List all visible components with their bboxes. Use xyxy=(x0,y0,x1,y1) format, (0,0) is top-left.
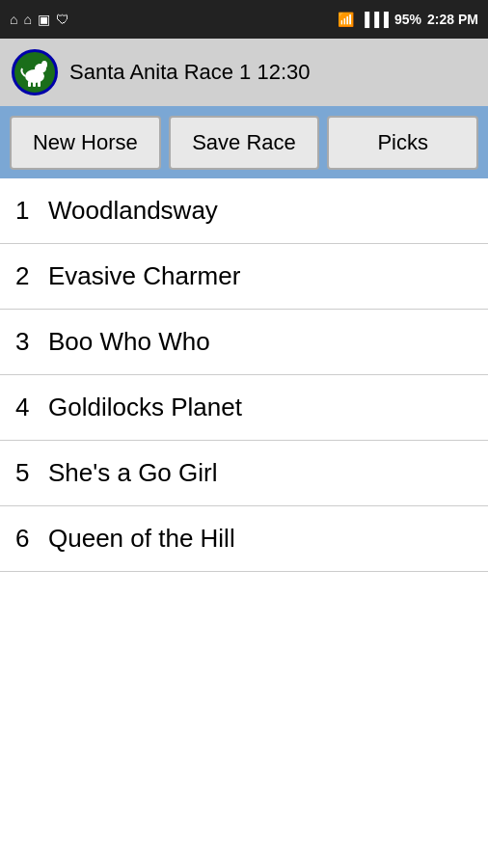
horse-number: 1 xyxy=(15,196,39,226)
status-bar: ⌂ ⌂ ▣ 🛡 📶 ▐▐▐ 95% 2:28 PM xyxy=(0,0,488,39)
save-race-button[interactable]: Save Race xyxy=(169,116,320,170)
list-item[interactable]: 6Queen of the Hill xyxy=(0,506,488,572)
time-label: 2:28 PM xyxy=(427,12,478,27)
horse-number: 5 xyxy=(15,458,39,488)
horse-name: Evasive Charmer xyxy=(48,261,240,291)
horse-number: 2 xyxy=(15,261,39,291)
list-item[interactable]: 5She's a Go Girl xyxy=(0,441,488,506)
toolbar: New Horse Save Race Picks xyxy=(0,106,488,178)
home2-icon: ⌂ xyxy=(23,12,31,27)
image-icon: ▣ xyxy=(38,12,50,27)
status-left-icons: ⌂ ⌂ ▣ 🛡 xyxy=(10,12,69,27)
new-horse-button[interactable]: New Horse xyxy=(10,116,161,170)
horse-name: Woodlandsway xyxy=(48,196,218,226)
horse-list: 1Woodlandsway2Evasive Charmer3Boo Who Wh… xyxy=(0,178,488,572)
list-item[interactable]: 3Boo Who Who xyxy=(0,310,488,375)
home-icon: ⌂ xyxy=(10,12,17,27)
horse-name: Goldilocks Planet xyxy=(48,393,242,422)
app-title: Santa Anita Race 1 12:30 xyxy=(69,60,311,85)
svg-rect-3 xyxy=(28,81,31,87)
svg-rect-4 xyxy=(33,81,36,87)
horse-number: 3 xyxy=(15,327,39,357)
horse-logo-svg xyxy=(17,55,52,90)
list-item[interactable]: 2Evasive Charmer xyxy=(0,244,488,310)
svg-point-2 xyxy=(41,61,47,68)
list-item[interactable]: 1Woodlandsway xyxy=(0,178,488,244)
picks-button[interactable]: Picks xyxy=(327,116,478,170)
horse-name: Boo Who Who xyxy=(48,327,210,357)
svg-rect-5 xyxy=(38,81,41,87)
list-item[interactable]: 4Goldilocks Planet xyxy=(0,375,488,441)
app-logo xyxy=(12,49,58,95)
horse-number: 4 xyxy=(15,393,39,422)
app-header: Santa Anita Race 1 12:30 xyxy=(0,39,488,106)
status-right-info: 📶 ▐▐▐ 95% 2:28 PM xyxy=(338,12,478,27)
horse-number: 6 xyxy=(15,524,39,554)
wifi-icon: 📶 xyxy=(338,12,354,27)
horse-name: She's a Go Girl xyxy=(48,458,217,488)
horse-name: Queen of the Hill xyxy=(48,524,235,554)
shield-icon: 🛡 xyxy=(56,12,69,27)
signal-icon: ▐▐▐ xyxy=(360,12,389,27)
battery-label: 95% xyxy=(394,12,421,27)
